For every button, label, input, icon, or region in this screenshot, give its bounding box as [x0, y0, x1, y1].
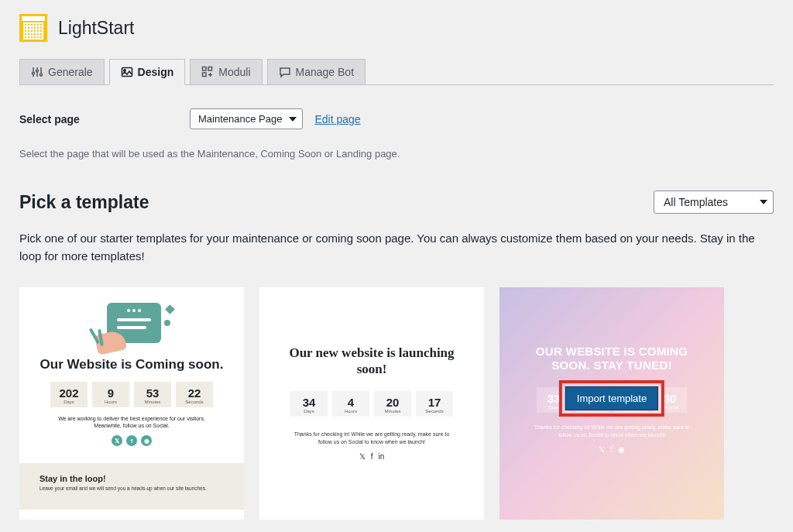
template-card-3[interactable]: OUR WEBSITE IS COMING SOON. STAY TUNED! … — [499, 287, 724, 520]
import-button-highlight: Import template — [559, 380, 664, 417]
select-page-label: Select page — [19, 113, 190, 125]
template-card-1[interactable]: Our Website is Coming soon. 202Days 9Hou… — [19, 287, 244, 520]
template-2-counters: 34Days 4Hours 20Minutes 17Seconds — [275, 391, 469, 417]
import-template-button[interactable]: Import template — [565, 386, 658, 410]
select-page-helper: Select the page that will be used as the… — [19, 148, 774, 160]
sliders-icon — [31, 66, 43, 78]
pick-template-title: Pick a template — [19, 192, 149, 213]
tab-design[interactable]: Design — [109, 59, 186, 85]
template-filter-dropdown[interactable]: All Templates — [654, 190, 774, 214]
edit-page-link[interactable]: Edit page — [314, 113, 360, 125]
select-page-dropdown[interactable]: Maintenance Page — [190, 108, 303, 129]
templates-grid: Our Website is Coming soon. 202Days 9Hou… — [19, 287, 774, 520]
tab-generale[interactable]: Generale — [19, 59, 105, 85]
template-1-title: Our Website is Coming soon. — [30, 357, 233, 372]
template-1-illustration — [93, 301, 170, 348]
tab-moduli[interactable]: Moduli — [190, 59, 262, 85]
app-title: LightStart — [58, 18, 134, 39]
tab-bar: Generale Design Moduli Manage Bot — [19, 59, 774, 85]
svg-rect-4 — [203, 73, 207, 77]
template-2-title: Our new website is launching soon! — [275, 345, 469, 378]
chat-icon — [279, 66, 291, 78]
template-2-social: 𝕏fin — [275, 452, 469, 461]
svg-point-1 — [123, 70, 125, 71]
template-1-social: 𝕏f◉ — [30, 435, 233, 446]
app-logo — [19, 14, 47, 42]
template-1-counters: 202Days 9Hours 53Minutes 22Seconds — [30, 382, 233, 407]
image-icon — [121, 66, 133, 78]
tab-manage-bot[interactable]: Manage Bot — [267, 59, 366, 85]
template-card-2[interactable]: Our new website is launching soon! 34Day… — [259, 287, 484, 520]
svg-rect-2 — [203, 67, 207, 71]
page-header: LightStart — [19, 0, 774, 59]
pick-template-description: Pick one of our starter templates for yo… — [19, 229, 774, 266]
grid-add-icon — [201, 66, 214, 78]
svg-rect-3 — [208, 67, 212, 71]
